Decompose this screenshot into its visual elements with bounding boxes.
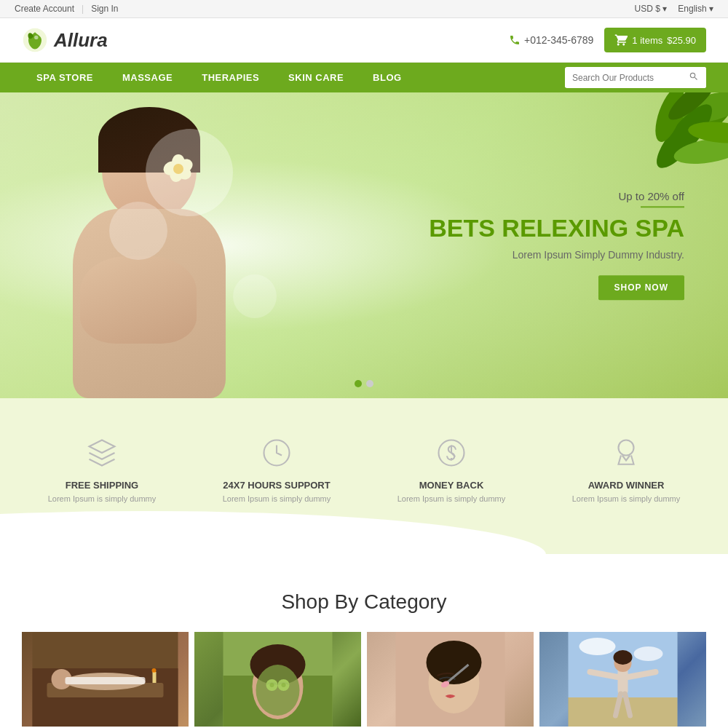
hero-dots: [355, 380, 373, 387]
navigation: SPA STORE MASSAGE THERAPIES SKIN CARE BL…: [0, 63, 728, 92]
award-icon: [608, 435, 644, 471]
award-title: AWARD WINNER: [553, 480, 699, 491]
money-back-desc: Lorem Ipsum is simply dummy: [379, 494, 524, 503]
divider: |: [82, 4, 84, 14]
support-desc: Lorem Ipsum is simply dummy: [204, 494, 349, 503]
hero-content: Up to 20% off BETS RELEXING SPA Lorem Ip…: [429, 190, 684, 300]
money-back-icon: [433, 435, 470, 471]
category-item-4[interactable]: [539, 632, 706, 727]
hero-underline: [641, 206, 684, 207]
logo-text: Allura: [54, 29, 108, 52]
feature-support: 24X7 HOURS SUPPORT Lorem Ipsum is simply…: [197, 427, 357, 510]
hero-description: Lorem Ipsum Simply Dummy Industry.: [429, 250, 684, 261]
create-account-link[interactable]: Create Account: [15, 4, 74, 14]
bokeh-3: [233, 274, 277, 318]
svg-point-1: [34, 36, 38, 39]
category-grid: [22, 632, 706, 727]
header-right: +012-345-6789 1 items $25.90: [509, 28, 706, 52]
cat-img-2: [194, 632, 361, 727]
cart-button[interactable]: 1 items $25.90: [604, 28, 706, 52]
shipping-title: FREE SHIPPING: [29, 480, 175, 491]
nav-blog[interactable]: BLOG: [358, 63, 416, 92]
nav-massage[interactable]: MASSAGE: [108, 63, 187, 92]
section-title: Shop By Category: [22, 590, 706, 614]
language-dropdown[interactable]: English: [678, 4, 713, 14]
logo-icon: [22, 27, 48, 53]
category-item-3[interactable]: [367, 632, 534, 727]
hero-subtitle: Up to 20% off: [429, 190, 684, 202]
svg-point-30: [282, 683, 286, 687]
features-section: FREE SHIPPING Lorem Ipsum is simply dumm…: [0, 398, 728, 554]
phone-text: +012-345-6789: [524, 34, 593, 46]
nav-spa-store[interactable]: SPA STORE: [22, 63, 108, 92]
svg-point-40: [634, 646, 663, 661]
currency-dropdown[interactable]: USD $: [635, 4, 668, 14]
cart-price: $25.90: [667, 35, 696, 46]
phone-icon: [509, 34, 521, 46]
svg-point-29: [270, 683, 274, 687]
search-input[interactable]: [565, 68, 681, 87]
category-item-1[interactable]: [22, 632, 189, 727]
hero-section: Up to 20% off BETS RELEXING SPA Lorem Ip…: [0, 92, 728, 398]
cat-img-1: [22, 632, 189, 727]
search-icon: [689, 71, 699, 82]
svg-point-26: [256, 665, 300, 716]
feature-award: AWARD WINNER Lorem Ipsum is simply dummy: [546, 427, 706, 510]
top-bar: Create Account | Sign In USD $ English: [0, 0, 728, 18]
svg-rect-38: [569, 697, 678, 727]
top-bar-right: USD $ English: [635, 4, 713, 14]
nav-items: SPA STORE MASSAGE THERAPIES SKIN CARE BL…: [22, 63, 565, 92]
feature-shipping: FREE SHIPPING Lorem Ipsum is simply dumm…: [22, 427, 182, 510]
support-title: 24X7 HOURS SUPPORT: [204, 480, 349, 491]
bokeh-1: [146, 129, 233, 216]
features-grid: FREE SHIPPING Lorem Ipsum is simply dumm…: [22, 427, 706, 510]
cart-items: 1 items: [632, 35, 662, 46]
svg-point-21: [152, 668, 157, 673]
cart-icon: [614, 33, 628, 47]
top-bar-left: Create Account | Sign In: [15, 4, 119, 14]
shipping-desc: Lorem Ipsum is simply dummy: [29, 494, 175, 503]
svg-point-43: [614, 650, 633, 665]
header: Allura +012-345-6789 1 items $25.90: [0, 18, 728, 63]
bokeh-2: [109, 202, 167, 260]
svg-point-39: [579, 638, 616, 655]
logo[interactable]: Allura: [22, 27, 108, 53]
nav-therapies[interactable]: THERAPIES: [187, 63, 274, 92]
money-back-title: MONEY BACK: [379, 480, 524, 491]
cat-img-4: [539, 632, 706, 727]
svg-rect-41: [618, 668, 628, 694]
search-box: [565, 67, 706, 88]
shop-now-button[interactable]: SHOP NOW: [598, 276, 684, 301]
shop-category-section: Shop By Category: [0, 554, 728, 728]
shipping-icon: [84, 435, 120, 471]
award-desc: Lorem Ipsum is simply dummy: [553, 494, 699, 503]
dot-inactive[interactable]: [366, 380, 373, 387]
support-icon: [258, 435, 295, 471]
cat-img-3: [367, 632, 534, 727]
feature-money-back: MONEY BACK Lorem Ipsum is simply dummy: [371, 427, 531, 510]
sign-in-link[interactable]: Sign In: [91, 4, 118, 14]
svg-point-13: [619, 440, 634, 456]
features-wave: [0, 511, 728, 555]
phone-number: +012-345-6789: [509, 34, 593, 46]
search-button[interactable]: [681, 67, 706, 88]
category-item-2[interactable]: [194, 632, 361, 727]
svg-rect-19: [66, 677, 146, 684]
nav-skin-care[interactable]: SKIN CARE: [274, 63, 358, 92]
svg-rect-20: [153, 672, 157, 683]
dot-active[interactable]: [355, 380, 362, 387]
hero-title: BETS RELEXING SPA: [429, 215, 684, 242]
